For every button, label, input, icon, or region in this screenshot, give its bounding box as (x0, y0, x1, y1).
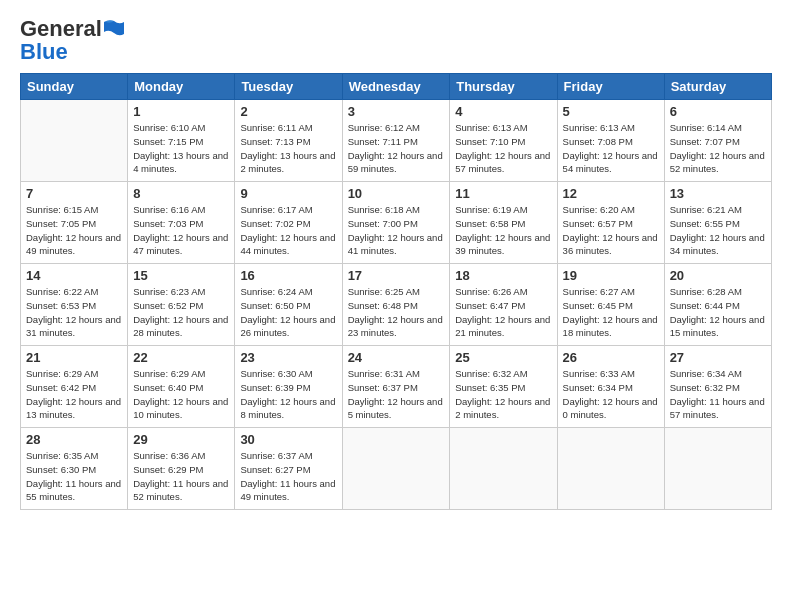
day-info: Sunrise: 6:22 AMSunset: 6:53 PMDaylight:… (26, 285, 122, 340)
sunset-text: Sunset: 6:34 PM (563, 381, 659, 395)
calendar-day-header: Thursday (450, 74, 557, 100)
calendar-day-header: Saturday (664, 74, 771, 100)
sunrise-text: Sunrise: 6:19 AM (455, 203, 551, 217)
daylight-label: Daylight: 12 hours and 52 minutes. (670, 149, 766, 177)
daylight-label: Daylight: 12 hours and 8 minutes. (240, 395, 336, 423)
daylight-label: Daylight: 11 hours and 55 minutes. (26, 477, 122, 505)
day-info: Sunrise: 6:29 AMSunset: 6:42 PMDaylight:… (26, 367, 122, 422)
sunset-text: Sunset: 7:10 PM (455, 135, 551, 149)
day-info: Sunrise: 6:14 AMSunset: 7:07 PMDaylight:… (670, 121, 766, 176)
day-info: Sunrise: 6:20 AMSunset: 6:57 PMDaylight:… (563, 203, 659, 258)
calendar-day-cell (664, 428, 771, 510)
sunrise-text: Sunrise: 6:29 AM (133, 367, 229, 381)
sunrise-text: Sunrise: 6:35 AM (26, 449, 122, 463)
sunset-text: Sunset: 6:27 PM (240, 463, 336, 477)
daylight-label: Daylight: 12 hours and 49 minutes. (26, 231, 122, 259)
calendar-day-cell: 1Sunrise: 6:10 AMSunset: 7:15 PMDaylight… (128, 100, 235, 182)
calendar-day-cell: 11Sunrise: 6:19 AMSunset: 6:58 PMDayligh… (450, 182, 557, 264)
calendar-day-cell: 21Sunrise: 6:29 AMSunset: 6:42 PMDayligh… (21, 346, 128, 428)
daylight-label: Daylight: 12 hours and 36 minutes. (563, 231, 659, 259)
daylight-label: Daylight: 11 hours and 49 minutes. (240, 477, 336, 505)
sunset-text: Sunset: 7:11 PM (348, 135, 445, 149)
day-info: Sunrise: 6:13 AMSunset: 7:10 PMDaylight:… (455, 121, 551, 176)
day-number: 14 (26, 268, 122, 283)
day-number: 8 (133, 186, 229, 201)
calendar-day-cell (450, 428, 557, 510)
calendar-day-cell: 22Sunrise: 6:29 AMSunset: 6:40 PMDayligh… (128, 346, 235, 428)
daylight-label: Daylight: 12 hours and 54 minutes. (563, 149, 659, 177)
sunset-text: Sunset: 6:58 PM (455, 217, 551, 231)
sunrise-text: Sunrise: 6:31 AM (348, 367, 445, 381)
sunrise-text: Sunrise: 6:20 AM (563, 203, 659, 217)
sunset-text: Sunset: 7:08 PM (563, 135, 659, 149)
sunset-text: Sunset: 6:44 PM (670, 299, 766, 313)
sunset-text: Sunset: 6:42 PM (26, 381, 122, 395)
day-number: 29 (133, 432, 229, 447)
sunrise-text: Sunrise: 6:37 AM (240, 449, 336, 463)
daylight-label: Daylight: 12 hours and 2 minutes. (455, 395, 551, 423)
daylight-label: Daylight: 13 hours and 2 minutes. (240, 149, 336, 177)
sunset-text: Sunset: 6:39 PM (240, 381, 336, 395)
sunset-text: Sunset: 7:00 PM (348, 217, 445, 231)
day-number: 17 (348, 268, 445, 283)
calendar-day-cell (557, 428, 664, 510)
sunset-text: Sunset: 6:52 PM (133, 299, 229, 313)
daylight-label: Daylight: 12 hours and 10 minutes. (133, 395, 229, 423)
day-info: Sunrise: 6:23 AMSunset: 6:52 PMDaylight:… (133, 285, 229, 340)
day-info: Sunrise: 6:11 AMSunset: 7:13 PMDaylight:… (240, 121, 336, 176)
calendar-day-cell: 23Sunrise: 6:30 AMSunset: 6:39 PMDayligh… (235, 346, 342, 428)
day-number: 5 (563, 104, 659, 119)
sunrise-text: Sunrise: 6:32 AM (455, 367, 551, 381)
daylight-label: Daylight: 12 hours and 44 minutes. (240, 231, 336, 259)
calendar-week-row: 7Sunrise: 6:15 AMSunset: 7:05 PMDaylight… (21, 182, 772, 264)
daylight-label: Daylight: 12 hours and 15 minutes. (670, 313, 766, 341)
page-header: General Blue (20, 18, 772, 63)
sunrise-text: Sunrise: 6:23 AM (133, 285, 229, 299)
day-info: Sunrise: 6:30 AMSunset: 6:39 PMDaylight:… (240, 367, 336, 422)
sunset-text: Sunset: 6:57 PM (563, 217, 659, 231)
daylight-label: Daylight: 11 hours and 52 minutes. (133, 477, 229, 505)
sunrise-text: Sunrise: 6:14 AM (670, 121, 766, 135)
day-number: 9 (240, 186, 336, 201)
sunset-text: Sunset: 6:55 PM (670, 217, 766, 231)
daylight-label: Daylight: 12 hours and 13 minutes. (26, 395, 122, 423)
sunrise-text: Sunrise: 6:34 AM (670, 367, 766, 381)
daylight-label: Daylight: 12 hours and 57 minutes. (455, 149, 551, 177)
calendar-header-row: SundayMondayTuesdayWednesdayThursdayFrid… (21, 74, 772, 100)
calendar-day-header: Wednesday (342, 74, 450, 100)
calendar-day-cell: 13Sunrise: 6:21 AMSunset: 6:55 PMDayligh… (664, 182, 771, 264)
daylight-label: Daylight: 12 hours and 39 minutes. (455, 231, 551, 259)
sunset-text: Sunset: 6:40 PM (133, 381, 229, 395)
sunset-text: Sunset: 6:29 PM (133, 463, 229, 477)
calendar-day-cell: 25Sunrise: 6:32 AMSunset: 6:35 PMDayligh… (450, 346, 557, 428)
day-number: 16 (240, 268, 336, 283)
daylight-label: Daylight: 12 hours and 0 minutes. (563, 395, 659, 423)
day-info: Sunrise: 6:29 AMSunset: 6:40 PMDaylight:… (133, 367, 229, 422)
sunrise-text: Sunrise: 6:12 AM (348, 121, 445, 135)
daylight-label: Daylight: 13 hours and 4 minutes. (133, 149, 229, 177)
calendar-day-cell (21, 100, 128, 182)
calendar-day-cell: 18Sunrise: 6:26 AMSunset: 6:47 PMDayligh… (450, 264, 557, 346)
sunset-text: Sunset: 6:48 PM (348, 299, 445, 313)
day-info: Sunrise: 6:16 AMSunset: 7:03 PMDaylight:… (133, 203, 229, 258)
sunrise-text: Sunrise: 6:27 AM (563, 285, 659, 299)
sunrise-text: Sunrise: 6:11 AM (240, 121, 336, 135)
calendar-day-cell: 29Sunrise: 6:36 AMSunset: 6:29 PMDayligh… (128, 428, 235, 510)
day-info: Sunrise: 6:17 AMSunset: 7:02 PMDaylight:… (240, 203, 336, 258)
calendar-body: 1Sunrise: 6:10 AMSunset: 7:15 PMDaylight… (21, 100, 772, 510)
sunrise-text: Sunrise: 6:21 AM (670, 203, 766, 217)
calendar-day-cell: 9Sunrise: 6:17 AMSunset: 7:02 PMDaylight… (235, 182, 342, 264)
calendar-day-cell: 19Sunrise: 6:27 AMSunset: 6:45 PMDayligh… (557, 264, 664, 346)
sunrise-text: Sunrise: 6:33 AM (563, 367, 659, 381)
calendar-day-header: Friday (557, 74, 664, 100)
sunrise-text: Sunrise: 6:29 AM (26, 367, 122, 381)
calendar-week-row: 1Sunrise: 6:10 AMSunset: 7:15 PMDaylight… (21, 100, 772, 182)
day-number: 24 (348, 350, 445, 365)
sunrise-text: Sunrise: 6:13 AM (563, 121, 659, 135)
sunset-text: Sunset: 7:07 PM (670, 135, 766, 149)
sunset-text: Sunset: 7:02 PM (240, 217, 336, 231)
sunset-text: Sunset: 7:13 PM (240, 135, 336, 149)
sunrise-text: Sunrise: 6:28 AM (670, 285, 766, 299)
daylight-label: Daylight: 12 hours and 31 minutes. (26, 313, 122, 341)
sunrise-text: Sunrise: 6:17 AM (240, 203, 336, 217)
